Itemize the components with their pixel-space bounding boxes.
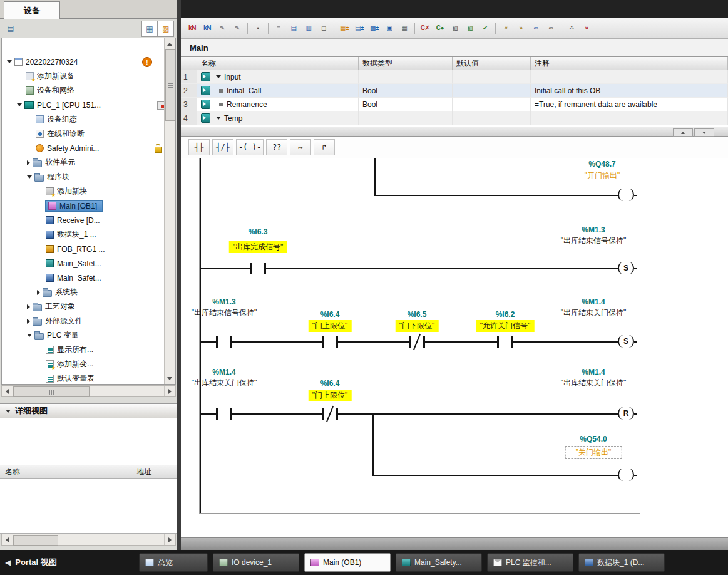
tree-item-system-blocks[interactable]: 系统块 bbox=[2, 285, 165, 299]
reset-coil[interactable]: R bbox=[618, 407, 634, 421]
expand-icon[interactable] bbox=[27, 304, 30, 309]
detail-view-header[interactable]: 详细视图 bbox=[0, 403, 177, 418]
expand-icon[interactable] bbox=[7, 60, 12, 63]
operand-comment-highlighted[interactable]: "门上限位" bbox=[309, 390, 352, 401]
expand-table-icon[interactable] bbox=[673, 128, 693, 137]
paste-block-icon[interactable]: ▪ bbox=[250, 22, 265, 34]
trace-icon[interactable]: ∴ bbox=[564, 22, 579, 34]
table-row[interactable]: 3 Remanence Bool =True, if remanent data… bbox=[181, 98, 728, 111]
tree-item-device-config[interactable]: 设备组态 bbox=[2, 112, 165, 127]
contact-no[interactable] bbox=[216, 408, 232, 420]
tag-info-icon[interactable]: ▩± bbox=[367, 22, 382, 34]
operand-comment-highlighted[interactable]: "门下限位" bbox=[396, 320, 439, 332]
open-branch-button[interactable]: ↦ bbox=[290, 139, 311, 155]
operand-comment[interactable]: "关门输出" bbox=[565, 446, 622, 459]
operand-address[interactable]: %M1.4 bbox=[582, 298, 605, 306]
tree-item-fob-rtg1[interactable]: FOB_RTG1 ... bbox=[2, 242, 165, 256]
expand-icon[interactable] bbox=[27, 334, 32, 337]
operand-comment[interactable]: "出库结束信号保持" bbox=[559, 236, 628, 246]
nc-contact-button[interactable]: ┤/├ bbox=[212, 139, 233, 155]
snapshot-icon[interactable]: ▧ bbox=[448, 22, 463, 34]
tree-item-program-blocks[interactable]: 程序块 bbox=[2, 170, 165, 184]
go-to-prev-usage-icon[interactable]: « bbox=[498, 22, 513, 34]
details-toggle-icon[interactable]: ▦ bbox=[141, 21, 158, 37]
set-coil[interactable]: S bbox=[618, 335, 634, 349]
operand-comment[interactable]: "出库结束关门保持" bbox=[190, 378, 259, 388]
operand-comment[interactable]: "开门输出" bbox=[585, 170, 620, 181]
taskbar-item-data-block-1[interactable]: 数据块_1 (D... bbox=[578, 553, 665, 572]
download-changes-icon[interactable]: C● bbox=[433, 22, 448, 34]
apply-snapshot-icon[interactable]: ▧ bbox=[463, 22, 478, 34]
contact-no[interactable] bbox=[497, 336, 513, 348]
more-tools-icon[interactable]: » bbox=[579, 22, 594, 34]
taskbar-item-io-device[interactable]: IO device_1 bbox=[213, 553, 299, 572]
tree-item-external-sources[interactable]: 外部源文件 bbox=[2, 314, 165, 328]
taskbar-item-main-safety[interactable]: Main_Safety... bbox=[396, 553, 482, 572]
taskbar-item-plc-monitoring[interactable]: PLC 监控和... bbox=[487, 553, 573, 572]
instruction-versions-icon[interactable]: ▦ bbox=[397, 22, 412, 34]
open-all-networks-icon[interactable]: ▤ bbox=[286, 22, 301, 34]
taskbar-item-overview[interactable]: 总览 bbox=[139, 553, 208, 572]
expand-icon[interactable] bbox=[216, 75, 221, 78]
tree-item-default-tag-table[interactable]: 默认变量表 bbox=[2, 371, 165, 385]
expand-icon[interactable] bbox=[27, 319, 30, 324]
expand-icon[interactable] bbox=[17, 103, 22, 106]
contact-no[interactable] bbox=[250, 262, 266, 275]
operand-comment-highlighted[interactable]: "门上限位" bbox=[309, 320, 352, 332]
append-row-icon[interactable]: ✎ bbox=[230, 22, 245, 34]
scroll-down-icon[interactable] bbox=[165, 373, 175, 383]
contact-no[interactable] bbox=[216, 336, 232, 348]
discard-changes-icon[interactable]: C✗ bbox=[418, 22, 433, 34]
operand-address[interactable]: %Q48.7 bbox=[588, 160, 615, 168]
tab-devices[interactable]: 设备 bbox=[4, 1, 60, 19]
enable-monitoring-icon[interactable]: ∞ bbox=[528, 22, 543, 34]
expand-icon[interactable] bbox=[216, 117, 221, 120]
operand-address[interactable]: %M1.4 bbox=[582, 368, 605, 376]
scroll-left-icon[interactable] bbox=[2, 386, 13, 396]
operand-address[interactable]: %Q54.0 bbox=[580, 435, 607, 443]
tree-item-main-ob1[interactable]: Main [OB1] bbox=[2, 199, 165, 213]
operand-address[interactable]: %I6.5 bbox=[408, 310, 427, 319]
insert-network-icon[interactable]: kN bbox=[185, 22, 200, 34]
operand-address[interactable]: %M1.4 bbox=[212, 368, 235, 376]
absolute-operands-icon[interactable]: ▦± bbox=[337, 22, 352, 34]
operand-comment[interactable]: "出库结束信号保持" bbox=[190, 308, 259, 318]
operand-comment[interactable]: "出库结束关门保持" bbox=[559, 308, 628, 318]
table-row[interactable]: 2 Initial_Call Bool Initial call of this… bbox=[181, 84, 728, 98]
symbolic-operands-icon[interactable]: ▤± bbox=[352, 22, 367, 34]
empty-box-button[interactable]: ?? bbox=[266, 139, 287, 155]
tree-item-show-all-tags[interactable]: 显示所有... bbox=[2, 343, 165, 357]
tree-item-project[interactable]: 20220227f0324 bbox=[2, 54, 165, 69]
operand-comment[interactable]: "出库结束关门保持" bbox=[559, 378, 628, 388]
scrollbar-thumb[interactable] bbox=[165, 49, 175, 121]
delete-network-icon[interactable]: kN bbox=[200, 22, 215, 34]
tree-horizontal-scrollbar[interactable] bbox=[1, 385, 176, 397]
diagram-view-icon[interactable]: ▨ bbox=[158, 21, 174, 37]
operand-comment-highlighted[interactable]: "允许关门信号" bbox=[476, 320, 535, 332]
tree-item-add-new-tag-table[interactable]: 添加新变... bbox=[2, 357, 165, 371]
format-lines-icon[interactable]: ≡ bbox=[271, 22, 286, 34]
expand-icon[interactable] bbox=[27, 160, 30, 165]
disable-monitoring-icon[interactable]: ∞ bbox=[543, 22, 558, 34]
expand-icon[interactable] bbox=[27, 175, 32, 179]
operand-comment-highlighted[interactable]: "出库完成信号" bbox=[229, 241, 287, 253]
output-coil[interactable] bbox=[618, 469, 634, 482]
network-comments-icon[interactable]: ◻ bbox=[316, 22, 331, 34]
operand-address[interactable]: %I6.4 bbox=[320, 310, 340, 319]
scrollbar-thumb[interactable] bbox=[13, 386, 90, 397]
detail-view-scrollbar[interactable] bbox=[1, 534, 176, 546]
tree-item-main-safety-fb[interactable]: Main_Safet... bbox=[2, 256, 165, 271]
tree-item-add-new-device[interactable]: 添加新设备 bbox=[2, 69, 165, 83]
ladder-canvas[interactable]: %Q48.7 "开门输出" %I6.3 "出库完成信号" %M1.3 "出库结束… bbox=[199, 158, 640, 514]
scroll-right-icon[interactable] bbox=[164, 534, 175, 545]
set-coil[interactable]: S bbox=[618, 262, 634, 276]
contact-no[interactable] bbox=[322, 336, 338, 348]
table-row[interactable]: 4 Temp bbox=[181, 111, 728, 125]
tree-item-online-diagnostics[interactable]: 在线和诊断 bbox=[2, 127, 165, 141]
operand-address[interactable]: %I6.2 bbox=[496, 310, 515, 319]
operand-address[interactable]: %I6.3 bbox=[249, 227, 268, 236]
consistency-check-icon[interactable]: ✔ bbox=[478, 22, 493, 34]
scroll-up-icon[interactable] bbox=[165, 39, 175, 49]
tree-item-plc1[interactable]: PLC_1 [CPU 151... bbox=[2, 98, 165, 112]
taskbar-item-main-ob1[interactable]: Main (OB1) bbox=[304, 553, 391, 572]
